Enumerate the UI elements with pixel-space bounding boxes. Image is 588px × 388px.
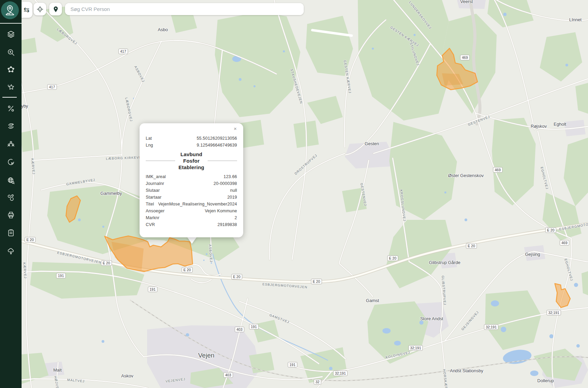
search-box bbox=[65, 3, 304, 15]
popup-row-label: Marknr bbox=[146, 214, 163, 221]
map-canvas[interactable] bbox=[0, 0, 588, 388]
globe-search-icon[interactable] bbox=[0, 173, 22, 188]
popup-row-label: CVR bbox=[146, 221, 158, 228]
popup-row-value: 20-0000398 bbox=[168, 180, 237, 187]
popup-row: CVR29189838 bbox=[146, 221, 237, 228]
clipboard-icon[interactable] bbox=[0, 225, 22, 240]
popup-row-label: Slutaar bbox=[146, 187, 163, 194]
map-pin-icon[interactable] bbox=[49, 3, 62, 15]
popup-attributes: IMK_areal123.66Journalnr20-0000398Slutaa… bbox=[146, 173, 237, 228]
magnifier-plus-icon[interactable] bbox=[0, 45, 22, 60]
feature-popup: × Lat55.50126209213056Lng9.1254966467496… bbox=[140, 123, 243, 237]
popup-row-label: Lat bbox=[146, 135, 155, 142]
popup-row-label: Journalnr bbox=[146, 180, 168, 187]
popup-row-value: null bbox=[163, 187, 237, 194]
popup-row-value: 123.66 bbox=[169, 173, 237, 180]
popup-row-label: Titel bbox=[146, 201, 157, 208]
users-icon[interactable] bbox=[0, 136, 22, 151]
popup-title: LavbundFosforEtablering bbox=[179, 151, 204, 171]
popup-row: Slutaarnull bbox=[146, 187, 237, 194]
popup-row: Lng9.125496646749639 bbox=[146, 142, 237, 149]
popup-row: IMK_areal123.66 bbox=[146, 173, 237, 180]
popup-coordinates: Lat55.50126209213056Lng9.125496646749639 bbox=[146, 135, 237, 149]
popup-row-label: Ansoeger bbox=[146, 208, 168, 214]
popup-row: AnsoegerVejen Kommune bbox=[146, 208, 237, 214]
polygon-draw-icon[interactable] bbox=[0, 62, 22, 77]
cloud-node-icon[interactable] bbox=[0, 243, 22, 259]
popup-row-value: 9.125496646749639 bbox=[156, 142, 237, 149]
pie-cursor-icon[interactable] bbox=[0, 154, 22, 170]
printer-icon[interactable] bbox=[0, 208, 22, 223]
popup-row-value: 2 bbox=[163, 214, 237, 221]
popup-title-block: LavbundFosforEtablering bbox=[146, 151, 237, 171]
sidebar-divider-top bbox=[0, 23, 22, 24]
popup-row: TitelVejenMose_Realisering_November2024 bbox=[146, 201, 237, 208]
popup-row-value: 2019 bbox=[165, 194, 237, 201]
title-divider-left bbox=[146, 161, 175, 161]
popup-row: Startaar2019 bbox=[146, 194, 237, 201]
popup-row: Journalnr20-0000398 bbox=[146, 180, 237, 187]
search-input[interactable] bbox=[65, 3, 304, 15]
app-logo[interactable] bbox=[1, 1, 19, 19]
app-window: VeerstLInnetAsboybyRøjskovEgholtGestenØs… bbox=[0, 0, 588, 388]
sidebar-divider-mid bbox=[2, 97, 17, 98]
percent-nodes-icon[interactable] bbox=[0, 101, 22, 116]
locate-icon[interactable] bbox=[34, 3, 46, 15]
layers-icon[interactable] bbox=[0, 27, 22, 42]
star-sparkle-icon[interactable] bbox=[0, 80, 22, 95]
popup-row-value: VejenMose_Realisering_November2024 bbox=[157, 201, 237, 208]
popup-row: Lat55.50126209213056 bbox=[146, 135, 237, 142]
popup-pointer bbox=[187, 237, 197, 244]
rotate-3d-icon[interactable] bbox=[0, 118, 22, 134]
title-divider-right bbox=[208, 161, 237, 161]
popup-row-value: Vejen Kommune bbox=[168, 208, 237, 214]
popup-row-label: IMK_areal bbox=[146, 173, 169, 180]
popup-row-value: 55.50126209213056 bbox=[155, 135, 237, 142]
bubbles-icon[interactable] bbox=[0, 190, 22, 205]
popup-row-label: Lng bbox=[146, 142, 156, 149]
sidebar bbox=[0, 0, 22, 388]
popup-row-value: 29189838 bbox=[158, 221, 237, 228]
swap-arrows-icon[interactable]: ⇆ bbox=[21, 2, 32, 18]
popup-row: Marknr2 bbox=[146, 214, 237, 221]
close-icon[interactable]: × bbox=[232, 126, 239, 132]
popup-row-label: Startaar bbox=[146, 194, 165, 201]
